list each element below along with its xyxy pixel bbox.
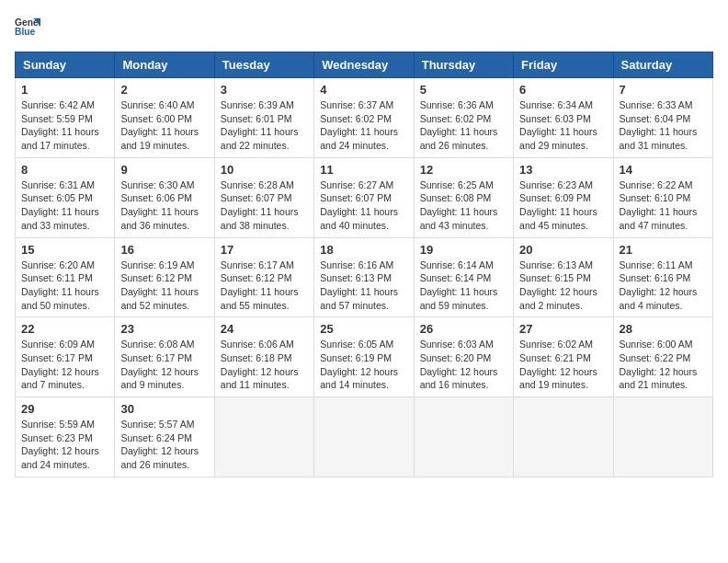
day-info: Sunrise: 6:20 AMSunset: 6:11 PMDaylight:… xyxy=(21,259,108,313)
day-info: Sunrise: 6:06 AMSunset: 6:18 PMDaylight:… xyxy=(221,338,308,392)
day-info: Sunrise: 6:34 AMSunset: 6:03 PMDaylight:… xyxy=(519,98,607,153)
day-number: 3 xyxy=(221,83,308,97)
logo-icon: General Blue xyxy=(15,15,40,40)
calendar-cell xyxy=(314,397,414,477)
day-number: 24 xyxy=(221,322,308,336)
calendar-week-row: 1Sunrise: 6:42 AMSunset: 5:59 PMDaylight… xyxy=(16,78,713,158)
calendar-cell: 15Sunrise: 6:20 AMSunset: 6:11 PMDayligh… xyxy=(16,237,115,317)
day-number: 18 xyxy=(320,243,407,257)
day-info: Sunrise: 6:00 AMSunset: 6:22 PMDaylight:… xyxy=(620,338,707,392)
calendar-cell: 2Sunrise: 6:40 AMSunset: 6:00 PMDaylight… xyxy=(115,78,214,158)
calendar-cell: 28Sunrise: 6:00 AMSunset: 6:22 PMDayligh… xyxy=(613,317,712,397)
calendar-week-row: 8Sunrise: 6:31 AMSunset: 6:05 PMDaylight… xyxy=(16,157,713,237)
day-info: Sunrise: 6:28 AMSunset: 6:07 PMDaylight:… xyxy=(221,178,308,233)
day-number: 15 xyxy=(21,243,108,257)
day-number: 25 xyxy=(320,322,407,336)
day-info: Sunrise: 6:14 AMSunset: 6:14 PMDaylight:… xyxy=(420,259,507,313)
day-number: 23 xyxy=(120,322,208,336)
day-number: 26 xyxy=(420,322,507,336)
day-info: Sunrise: 6:23 AMSunset: 6:09 PMDaylight:… xyxy=(519,178,607,233)
calendar-cell xyxy=(214,397,313,477)
day-info: Sunrise: 6:30 AMSunset: 6:06 PMDaylight:… xyxy=(120,178,208,233)
calendar-week-row: 29Sunrise: 5:59 AMSunset: 6:23 PMDayligh… xyxy=(16,397,713,477)
calendar-cell: 12Sunrise: 6:25 AMSunset: 6:08 PMDayligh… xyxy=(414,157,513,237)
calendar-cell: 19Sunrise: 6:14 AMSunset: 6:14 PMDayligh… xyxy=(414,237,513,317)
calendar-cell: 22Sunrise: 6:09 AMSunset: 6:17 PMDayligh… xyxy=(16,317,115,397)
calendar-table: SundayMondayTuesdayWednesdayThursdayFrid… xyxy=(15,52,713,477)
day-number: 22 xyxy=(21,322,108,336)
day-number: 2 xyxy=(120,83,208,97)
day-info: Sunrise: 6:09 AMSunset: 6:17 PMDaylight:… xyxy=(21,338,108,392)
day-header-thursday: Thursday xyxy=(414,52,513,78)
calendar-cell: 10Sunrise: 6:28 AMSunset: 6:07 PMDayligh… xyxy=(214,157,313,237)
day-number: 1 xyxy=(21,83,108,97)
calendar-cell: 11Sunrise: 6:27 AMSunset: 6:07 PMDayligh… xyxy=(314,157,414,237)
calendar-cell xyxy=(414,397,513,477)
day-header-wednesday: Wednesday xyxy=(314,52,414,78)
day-number: 17 xyxy=(221,243,308,257)
day-info: Sunrise: 6:42 AMSunset: 5:59 PMDaylight:… xyxy=(21,98,108,153)
day-number: 9 xyxy=(120,163,208,177)
day-info: Sunrise: 6:31 AMSunset: 6:05 PMDaylight:… xyxy=(21,178,108,233)
day-info: Sunrise: 5:59 AMSunset: 6:23 PMDaylight:… xyxy=(21,418,108,472)
day-number: 30 xyxy=(120,402,208,416)
calendar-cell: 26Sunrise: 6:03 AMSunset: 6:20 PMDayligh… xyxy=(414,317,513,397)
calendar-cell: 1Sunrise: 6:42 AMSunset: 5:59 PMDaylight… xyxy=(16,78,115,158)
logo: General Blue xyxy=(15,15,40,44)
day-number: 8 xyxy=(21,163,108,177)
calendar-cell: 3Sunrise: 6:39 AMSunset: 6:01 PMDaylight… xyxy=(214,78,313,158)
day-info: Sunrise: 6:16 AMSunset: 6:13 PMDaylight:… xyxy=(320,259,407,313)
page-header: General Blue xyxy=(15,15,713,44)
calendar-week-row: 15Sunrise: 6:20 AMSunset: 6:11 PMDayligh… xyxy=(16,237,713,317)
svg-text:Blue: Blue xyxy=(15,27,36,37)
day-info: Sunrise: 6:25 AMSunset: 6:08 PMDaylight:… xyxy=(420,178,507,233)
day-number: 27 xyxy=(519,322,607,336)
calendar-cell: 13Sunrise: 6:23 AMSunset: 6:09 PMDayligh… xyxy=(514,157,613,237)
calendar-cell xyxy=(514,397,613,477)
day-number: 28 xyxy=(620,322,707,336)
calendar-cell: 21Sunrise: 6:11 AMSunset: 6:16 PMDayligh… xyxy=(613,237,712,317)
calendar-week-row: 22Sunrise: 6:09 AMSunset: 6:17 PMDayligh… xyxy=(16,317,713,397)
calendar-cell: 23Sunrise: 6:08 AMSunset: 6:17 PMDayligh… xyxy=(115,317,214,397)
day-info: Sunrise: 6:39 AMSunset: 6:01 PMDaylight:… xyxy=(221,98,308,153)
day-header-saturday: Saturday xyxy=(613,52,712,78)
day-number: 16 xyxy=(120,243,208,257)
day-info: Sunrise: 6:27 AMSunset: 6:07 PMDaylight:… xyxy=(320,178,407,233)
calendar-cell: 4Sunrise: 6:37 AMSunset: 6:02 PMDaylight… xyxy=(314,78,414,158)
day-number: 20 xyxy=(519,243,607,257)
day-number: 14 xyxy=(620,163,707,177)
calendar-cell: 25Sunrise: 6:05 AMSunset: 6:19 PMDayligh… xyxy=(314,317,414,397)
day-info: Sunrise: 6:33 AMSunset: 6:04 PMDaylight:… xyxy=(620,98,707,153)
day-number: 5 xyxy=(420,83,507,97)
day-info: Sunrise: 6:03 AMSunset: 6:20 PMDaylight:… xyxy=(420,338,507,392)
calendar-cell: 29Sunrise: 5:59 AMSunset: 6:23 PMDayligh… xyxy=(16,397,115,477)
day-info: Sunrise: 6:17 AMSunset: 6:12 PMDaylight:… xyxy=(221,259,308,313)
calendar-cell: 9Sunrise: 6:30 AMSunset: 6:06 PMDaylight… xyxy=(115,157,214,237)
calendar-cell: 18Sunrise: 6:16 AMSunset: 6:13 PMDayligh… xyxy=(314,237,414,317)
day-number: 13 xyxy=(519,163,607,177)
day-info: Sunrise: 6:02 AMSunset: 6:21 PMDaylight:… xyxy=(519,338,607,392)
day-header-tuesday: Tuesday xyxy=(214,52,313,78)
day-header-monday: Monday xyxy=(115,52,214,78)
calendar-header-row: SundayMondayTuesdayWednesdayThursdayFrid… xyxy=(16,52,713,78)
calendar-cell: 17Sunrise: 6:17 AMSunset: 6:12 PMDayligh… xyxy=(214,237,313,317)
calendar-cell: 24Sunrise: 6:06 AMSunset: 6:18 PMDayligh… xyxy=(214,317,313,397)
day-number: 4 xyxy=(320,83,407,97)
calendar-cell: 30Sunrise: 5:57 AMSunset: 6:24 PMDayligh… xyxy=(115,397,214,477)
day-info: Sunrise: 6:22 AMSunset: 6:10 PMDaylight:… xyxy=(620,178,707,233)
day-header-friday: Friday xyxy=(514,52,613,78)
day-number: 10 xyxy=(221,163,308,177)
calendar-cell: 27Sunrise: 6:02 AMSunset: 6:21 PMDayligh… xyxy=(514,317,613,397)
day-number: 6 xyxy=(519,83,607,97)
day-info: Sunrise: 6:11 AMSunset: 6:16 PMDaylight:… xyxy=(620,259,707,313)
day-number: 21 xyxy=(620,243,707,257)
day-info: Sunrise: 6:37 AMSunset: 6:02 PMDaylight:… xyxy=(320,98,407,153)
calendar-cell: 8Sunrise: 6:31 AMSunset: 6:05 PMDaylight… xyxy=(16,157,115,237)
day-info: Sunrise: 6:13 AMSunset: 6:15 PMDaylight:… xyxy=(519,259,607,313)
day-info: Sunrise: 6:40 AMSunset: 6:00 PMDaylight:… xyxy=(120,98,208,153)
calendar-cell: 14Sunrise: 6:22 AMSunset: 6:10 PMDayligh… xyxy=(613,157,712,237)
day-number: 7 xyxy=(620,83,707,97)
day-number: 12 xyxy=(420,163,507,177)
calendar-cell xyxy=(613,397,712,477)
day-info: Sunrise: 6:19 AMSunset: 6:12 PMDaylight:… xyxy=(120,259,208,313)
